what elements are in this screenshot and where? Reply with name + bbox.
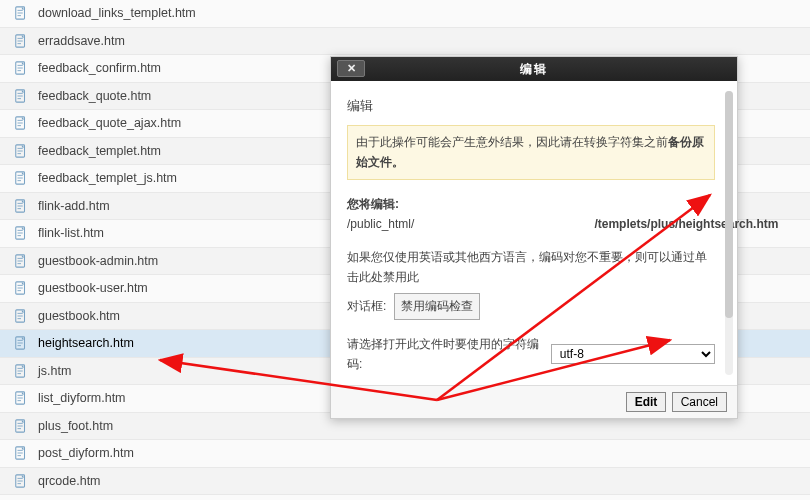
path-label: 您将编辑: — [347, 194, 715, 214]
modal-close-button[interactable]: ✕ — [337, 60, 365, 77]
warning-box: 由于此操作可能会产生意外结果，因此请在转换字符集之前备份原始文件。 — [347, 125, 715, 180]
file-name: erraddsave.htm — [38, 34, 125, 48]
file-icon — [14, 254, 28, 268]
file-name: guestbook-user.htm — [38, 281, 148, 295]
file-icon — [14, 391, 28, 405]
edit-modal: ✕ 编辑 编辑 由于此操作可能会产生意外结果，因此请在转换字符集之前备份原始文件… — [330, 56, 738, 419]
file-name: qrcode.htm — [38, 474, 101, 488]
file-icon — [14, 419, 28, 433]
modal-scrollbar[interactable] — [725, 91, 733, 375]
file-name: flink-list.htm — [38, 226, 104, 240]
file-icon — [14, 364, 28, 378]
file-name: js.htm — [38, 364, 71, 378]
file-name: plus_foot.htm — [38, 419, 113, 433]
charset-label: 请选择打开此文件时要使用的字符编码: — [347, 334, 547, 375]
file-icon — [14, 144, 28, 158]
file-icon — [14, 281, 28, 295]
file-name: guestbook-admin.htm — [38, 254, 158, 268]
file-icon — [14, 6, 28, 20]
file-name: feedback_quote.htm — [38, 89, 151, 103]
disable-encoding-button[interactable]: 禁用编码检查 — [394, 293, 480, 319]
file-name: feedback_templet.htm — [38, 144, 161, 158]
file-row[interactable]: erraddsave.htm — [0, 28, 810, 56]
file-icon — [14, 116, 28, 130]
edit-button[interactable]: Edit — [626, 392, 667, 412]
file-name: post_diyform.htm — [38, 446, 134, 460]
file-icon — [14, 61, 28, 75]
dialog-label: 对话框: — [347, 299, 386, 313]
file-row[interactable]: post_diyform.htm — [0, 440, 810, 468]
file-name: guestbook.htm — [38, 309, 120, 323]
close-icon: ✕ — [347, 62, 356, 75]
file-name: feedback_templet_js.htm — [38, 171, 177, 185]
file-icon — [14, 34, 28, 48]
file-icon — [14, 171, 28, 185]
path-suffix: /templets/plus/heightsearch.htm — [594, 217, 778, 231]
path-value: /public_html/xxxxxxxxxxxxxxxxxxxxxxxxxxx… — [347, 214, 715, 234]
file-icon — [14, 199, 28, 213]
modal-heading: 编辑 — [347, 95, 715, 117]
file-icon — [14, 474, 28, 488]
charset-select[interactable]: utf-8 — [551, 344, 715, 364]
file-name: download_links_templet.htm — [38, 6, 196, 20]
file-icon — [14, 309, 28, 323]
file-name: heightsearch.htm — [38, 336, 134, 350]
file-icon — [14, 89, 28, 103]
encoding-note: 如果您仅使用英语或其他西方语言，编码对您不重要，则可以通过单击此处禁用此 — [347, 247, 715, 288]
modal-title: 编辑 — [331, 61, 737, 78]
charset-row: 请选择打开此文件时要使用的字符编码: utf-8 — [347, 334, 715, 375]
file-icon — [14, 226, 28, 240]
file-name: feedback_quote_ajax.htm — [38, 116, 181, 130]
file-name: flink-add.htm — [38, 199, 110, 213]
modal-footer: Edit Cancel — [331, 385, 737, 418]
file-name: list_diyform.htm — [38, 391, 126, 405]
modal-body: 编辑 由于此操作可能会产生意外结果，因此请在转换字符集之前备份原始文件。 您将编… — [331, 81, 737, 385]
file-row[interactable]: recommend.htm — [0, 495, 810, 500]
file-name: feedback_confirm.htm — [38, 61, 161, 75]
file-row[interactable]: download_links_templet.htm — [0, 0, 810, 28]
warning-text: 由于此操作可能会产生意外结果，因此请在转换字符集之前 — [356, 135, 668, 149]
file-icon — [14, 446, 28, 460]
dialog-row: 对话框: 禁用编码检查 — [347, 293, 715, 319]
file-icon — [14, 336, 28, 350]
modal-titlebar: ✕ 编辑 — [331, 57, 737, 81]
file-row[interactable]: qrcode.htm — [0, 468, 810, 496]
path-prefix: /public_html/ — [347, 217, 414, 231]
cancel-button[interactable]: Cancel — [672, 392, 727, 412]
